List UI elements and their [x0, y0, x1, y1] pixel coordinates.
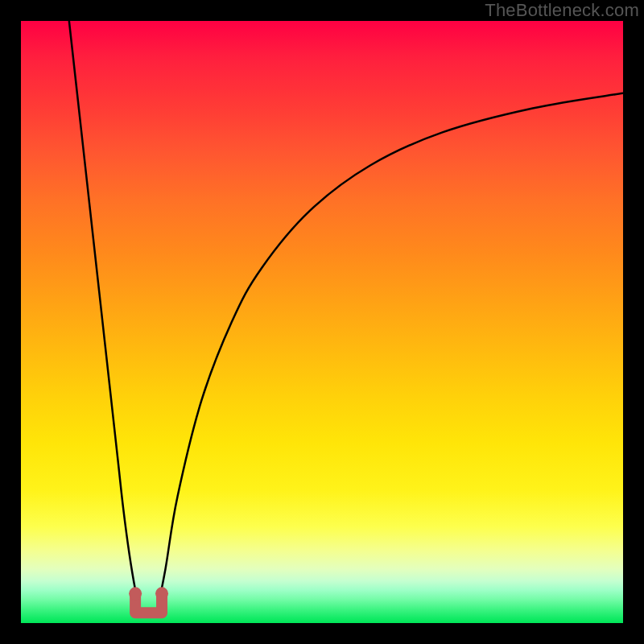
bracket-left-dot-icon [129, 587, 142, 600]
right-ascent-curve [157, 93, 623, 611]
chart-frame [21, 21, 623, 623]
bracket-right-dot-icon [155, 587, 168, 600]
chart-svg [21, 21, 623, 623]
left-descent-curve [69, 21, 140, 611]
watermark-text: TheBottleneck.com [485, 0, 639, 21]
